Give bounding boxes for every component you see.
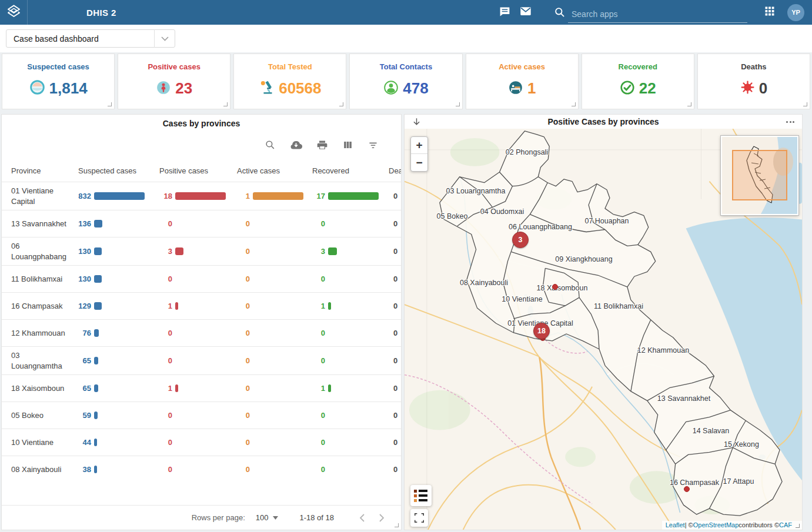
- attribution-text: | ©: [685, 521, 693, 528]
- cell-value: 76: [78, 329, 91, 337]
- cluster-marker[interactable]: 3: [512, 232, 529, 248]
- dashboard-select[interactable]: Case based dashboard: [6, 29, 175, 48]
- zoom-out-button[interactable]: −: [411, 154, 427, 171]
- cell-deaths: 0: [389, 192, 402, 200]
- cell-value: 0: [312, 356, 325, 365]
- cell-value: 0: [159, 438, 172, 447]
- overview-minimap[interactable]: [721, 136, 798, 215]
- osm-link[interactable]: OpenStreetMap: [693, 521, 739, 528]
- cell-active: 0: [237, 356, 312, 365]
- pagination-range: 1-18 of 18: [299, 513, 334, 522]
- previous-page-button[interactable]: [352, 514, 372, 522]
- person-positive-icon: [156, 80, 171, 98]
- fullscreen-button[interactable]: [410, 509, 428, 527]
- map-label-07-houaphan: 07 Houaphan: [584, 217, 629, 225]
- cell-suspected: 59: [78, 411, 159, 420]
- resize-handle[interactable]: [395, 523, 399, 527]
- chevron-left-icon: [359, 514, 365, 522]
- table-header-row: ProvinceSuspected casesPositive casesAct…: [2, 159, 402, 182]
- table-row: 03 Louangnamtha650000: [2, 346, 402, 374]
- table-filter-button[interactable]: [367, 139, 379, 153]
- app-search: [552, 2, 747, 23]
- cell-bar: [94, 357, 98, 364]
- province-name: 08 Xainyabouli: [11, 461, 78, 479]
- download-button[interactable]: [405, 117, 428, 127]
- cell-positive: 3: [159, 247, 237, 256]
- cell-active: 0: [237, 275, 312, 283]
- table-pagination: Rows per page: 100 1-18 of 18: [2, 505, 401, 530]
- leaflet-link[interactable]: Leaflet: [666, 521, 685, 528]
- map-label-09-xiangkhouang: 09 Xiangkhouang: [555, 255, 612, 263]
- case-point-marker[interactable]: [684, 486, 690, 492]
- resize-handle[interactable]: [223, 102, 228, 106]
- chat-icon: [499, 5, 511, 20]
- resize-handle[interactable]: [108, 102, 112, 106]
- cluster-marker[interactable]: 18: [533, 323, 550, 339]
- resize-handle[interactable]: [572, 102, 576, 106]
- case-point-marker[interactable]: [552, 284, 558, 290]
- table-row: 06 Louangphabang1303030: [2, 237, 402, 265]
- table-search-button[interactable]: [265, 139, 276, 153]
- cell-value: 0: [237, 329, 250, 337]
- cell-value: 1: [159, 302, 172, 310]
- cell-value: 0: [312, 275, 325, 283]
- map-label-12-khammouan: 12 Khammouan: [637, 346, 689, 354]
- cell-value: 0: [312, 438, 325, 447]
- zoom-in-button[interactable]: +: [411, 137, 427, 154]
- table-download-button[interactable]: [290, 139, 302, 153]
- apps-menu-button[interactable]: [759, 2, 780, 23]
- table-columns-button[interactable]: [342, 139, 353, 153]
- columns-icon: [342, 139, 353, 153]
- map-label-11-bolikhamxai: 11 Bolikhamxai: [594, 302, 643, 310]
- dhis2-logo-button[interactable]: [0, 0, 28, 25]
- table-print-button[interactable]: [316, 139, 328, 153]
- kpi-value-row: 0: [740, 79, 767, 98]
- kpi-label: Active cases: [499, 62, 545, 71]
- cell-bar: [94, 384, 98, 392]
- next-page-button[interactable]: [372, 514, 392, 522]
- user-avatar[interactable]: YP: [787, 4, 804, 21]
- cell-positive: 1: [159, 384, 237, 393]
- messages-button[interactable]: [494, 2, 515, 23]
- column-header-deaths: Deaths: [389, 166, 402, 175]
- cell-suspected: 38: [78, 465, 159, 474]
- map-label-10-vientiane: 10 Vientiane: [502, 295, 542, 303]
- resize-handle[interactable]: [796, 524, 800, 528]
- print-icon: [316, 139, 328, 153]
- table-panel-title: Cases by provinces: [2, 115, 401, 128]
- cell-positive: 0: [159, 329, 237, 337]
- kpi-card-suspected-cases: Suspected cases1,814: [2, 53, 115, 109]
- cell-recovered: 0: [312, 329, 389, 337]
- resize-handle[interactable]: [339, 102, 343, 106]
- resize-handle[interactable]: [687, 102, 691, 106]
- cell-value: 130: [78, 275, 91, 283]
- table-row: 18 Xaisomboun651010: [2, 374, 402, 401]
- column-header-province: Province: [11, 166, 78, 175]
- resize-handle[interactable]: [803, 102, 807, 106]
- cell-recovered: 17: [312, 192, 389, 200]
- kpi-value-row: 478: [383, 79, 428, 98]
- kpi-card-active-cases: Active cases1: [466, 53, 579, 109]
- cell-value: 832: [78, 192, 91, 200]
- rows-per-page-select[interactable]: 100: [256, 513, 279, 522]
- caf-link[interactable]: CAF: [779, 521, 792, 528]
- cell-suspected: 65: [78, 384, 159, 393]
- search-apps-input[interactable]: [568, 7, 747, 23]
- leaflet-map[interactable]: 02 Phongsali03 Louangnamtha04 Oudomxai05…: [405, 129, 802, 530]
- cell-bar: [94, 247, 102, 255]
- map-label-06-louangphabang: 06 Louangphabang: [509, 223, 572, 231]
- email-button[interactable]: [515, 2, 536, 23]
- cell-suspected: 130: [78, 247, 159, 256]
- layers-control-button[interactable]: [410, 485, 432, 506]
- province-name: 05 Bokeo: [11, 407, 78, 424]
- cell-deaths: 0: [389, 247, 402, 256]
- kpi-value: 22: [639, 79, 656, 98]
- kpi-value: 478: [403, 79, 428, 98]
- resize-handle[interactable]: [456, 102, 460, 106]
- zoom-control: + −: [410, 136, 428, 172]
- kpi-label: Suspected cases: [27, 62, 89, 71]
- province-name: 11 Bolikhamxai: [11, 270, 78, 288]
- caret-down-icon: [273, 516, 278, 520]
- more-options-button[interactable]: [778, 121, 802, 123]
- cell-suspected: 44: [78, 438, 159, 447]
